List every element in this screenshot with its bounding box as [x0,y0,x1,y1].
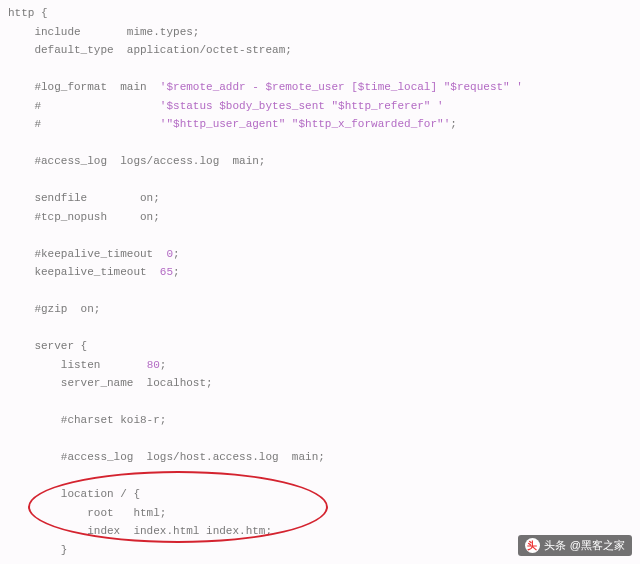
code-line: #access_log logs/access.log main; [8,155,265,167]
code-line: } [8,544,67,556]
code-line: include mime.types; [8,26,199,38]
code-line: keepalive_timeout 65; [8,266,180,278]
code-line: http { [8,7,48,19]
code-line: #log_format main '$remote_addr - $remote… [8,81,523,93]
code-line: root html; [8,507,166,519]
watermark: 头 头条 @黑客之家 [518,535,632,556]
code-line: # '"$http_user_agent" "$http_x_forwarded… [8,118,457,130]
code-line: #keepalive_timeout 0; [8,248,180,260]
code-line: index index.html index.htm; [8,525,272,537]
code-line: #charset koi8-r; [8,414,166,426]
code-line: server { [8,340,87,352]
code-line: default_type application/octet-stream; [8,44,292,56]
code-line: sendfile on; [8,192,160,204]
watermark-prefix: 头条 [544,538,566,553]
watermark-handle: @黑客之家 [570,538,625,553]
code-line: #tcp_nopush on; [8,211,160,223]
code-line: server_name localhost; [8,377,213,389]
nginx-config-code: http { include mime.types; default_type … [0,0,640,564]
toutiao-icon: 头 [525,538,540,553]
code-line: #gzip on; [8,303,100,315]
code-line: #access_log logs/host.access.log main; [8,451,325,463]
code-line: # '$status $body_bytes_sent "$http_refer… [8,100,444,112]
code-line: location / { [8,488,140,500]
code-line: listen 80; [8,359,166,371]
